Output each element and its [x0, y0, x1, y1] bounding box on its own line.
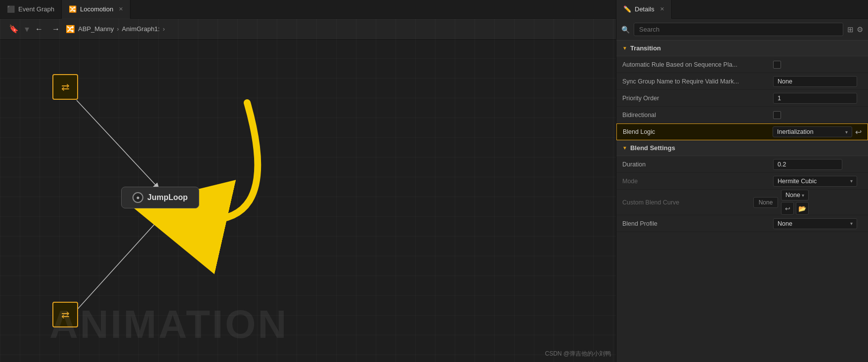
locomotion-icon: 🔀 — [69, 5, 77, 13]
mode-chevron-icon: ▾ — [850, 178, 853, 184]
transition-arrow-icon-bottom: ⇄ — [61, 309, 70, 321]
auto-rule-value — [773, 61, 862, 69]
details-panel: 🔍 ⊞ ⚙ ▼ Transition Automatic Rule Based … — [616, 19, 868, 362]
blend-profile-dropdown[interactable]: None ▾ — [773, 218, 857, 229]
curve-action-icons: ↩ 📂 — [781, 202, 809, 215]
duration-input[interactable] — [773, 159, 842, 170]
blend-settings-chevron-icon: ▼ — [622, 145, 627, 151]
priority-label: Priority Order — [622, 95, 773, 102]
transition-section-header[interactable]: ▼ Transition — [616, 40, 868, 56]
blend-profile-value-text: None — [778, 220, 792, 227]
transition-node-top[interactable]: ⇄ — [52, 74, 78, 100]
duration-label: Duration — [622, 161, 773, 168]
curve-browse-icon[interactable]: ↩ — [781, 202, 794, 215]
sync-group-label: Sync Group Name to Require Valid Mark... — [622, 78, 773, 85]
custom-blend-curve-chevron-icon: ▾ — [802, 193, 804, 198]
auto-rule-label: Automatic Rule Based on Sequence Pla... — [622, 61, 773, 68]
blend-profile-value: None ▾ — [773, 218, 862, 229]
transition-chevron-icon: ▼ — [622, 45, 627, 51]
mode-value-text: Hermite Cubic — [778, 178, 817, 185]
details-view-icons: ⊞ ⚙ — [847, 25, 863, 34]
prop-row-mode: Mode Hermite Cubic ▾ — [616, 173, 868, 190]
mode-value: Hermite Cubic ▾ — [773, 176, 862, 187]
prop-row-custom-blend: Custom Blend Curve None None ▾ ↩ 📂 — [616, 190, 868, 215]
prop-row-bidirectional: Bidirectional — [616, 107, 868, 123]
search-input[interactable] — [634, 23, 843, 36]
bidirectional-value — [773, 111, 862, 119]
tab-details-label: Details — [635, 5, 654, 13]
mode-dropdown[interactable]: Hermite Cubic ▾ — [773, 176, 857, 187]
blend-settings-section-header[interactable]: ▼ Blend Settings — [616, 140, 868, 156]
graph-grid — [0, 19, 616, 362]
graph-panel: 🔖 ▾ ← → 🔀 ABP_Manny › AnimGraph1: › — [0, 19, 616, 362]
blend-profile-label: Blend Profile — [622, 220, 773, 227]
jumploop-node[interactable]: ● JumpLoop — [121, 187, 199, 208]
prop-row-blend-logic: Blend Logic Inertialization ▾ ↩ — [616, 123, 868, 140]
locomotion-close-icon[interactable]: ✕ — [119, 6, 123, 12]
tab-locomotion[interactable]: 🔀 Locomotion ✕ — [62, 0, 130, 19]
tab-event-graph-label: Event Graph — [18, 5, 54, 13]
transition-arrow-icon-top: ⇄ — [61, 81, 70, 93]
bidirectional-checkbox[interactable] — [773, 111, 781, 119]
bidirectional-label: Bidirectional — [622, 112, 773, 119]
custom-blend-curve-value: None — [785, 192, 800, 199]
prop-row-blend-profile: Blend Profile None ▾ — [616, 215, 868, 232]
event-graph-icon: ⬛ — [7, 5, 15, 13]
duration-value — [773, 159, 862, 170]
blend-settings-section-label: Blend Settings — [630, 144, 675, 152]
grid-view-icon[interactable]: ⊞ — [847, 25, 854, 34]
prop-row-duration: Duration — [616, 156, 868, 173]
search-icon: 🔍 — [621, 26, 630, 34]
custom-blend-curve-dropdown[interactable]: None ▾ — [781, 190, 809, 201]
prop-row-priority: Priority Order — [616, 90, 868, 107]
details-edit-icon: ✏️ — [623, 5, 631, 13]
blend-logic-reset-button[interactable]: ↩ — [855, 127, 862, 137]
blend-logic-dropdown[interactable]: Inertialization ▾ — [773, 126, 852, 137]
priority-input[interactable] — [773, 93, 857, 104]
priority-value — [773, 93, 862, 104]
transition-section-label: Transition — [630, 44, 661, 52]
blend-logic-label: Blend Logic — [623, 128, 773, 135]
custom-blend-value: None None ▾ ↩ 📂 — [753, 190, 862, 215]
auto-rule-checkbox[interactable] — [773, 61, 781, 69]
csdn-watermark: CSDN @弹吉他的小刘鸭 — [545, 350, 611, 358]
details-content: ▼ Transition Automatic Rule Based on Seq… — [616, 40, 868, 362]
sync-group-value — [773, 76, 862, 87]
tab-event-graph[interactable]: ⬛ Event Graph — [0, 0, 62, 19]
mode-label: Mode — [622, 178, 773, 185]
prop-row-auto-rule: Automatic Rule Based on Sequence Pla... — [616, 56, 868, 73]
blend-logic-chevron-icon: ▾ — [845, 129, 848, 135]
tab-details[interactable]: ✏️ Details ✕ — [616, 0, 672, 19]
custom-blend-label: Custom Blend Curve — [622, 199, 753, 206]
blend-profile-chevron-icon: ▾ — [850, 221, 853, 226]
jumploop-icon: ● — [132, 192, 143, 203]
jumploop-label: JumpLoop — [147, 193, 188, 202]
tab-locomotion-label: Locomotion — [80, 5, 113, 13]
curve-clear-icon[interactable]: 📂 — [796, 202, 809, 215]
details-search-bar: 🔍 ⊞ ⚙ — [616, 19, 868, 40]
prop-row-sync-group: Sync Group Name to Require Valid Mark... — [616, 73, 868, 90]
blend-logic-value-text: Inertialization — [777, 128, 814, 135]
sync-group-input[interactable] — [773, 76, 857, 87]
settings-icon[interactable]: ⚙ — [857, 25, 863, 34]
details-close-icon[interactable]: ✕ — [660, 6, 664, 12]
blend-logic-value: Inertialization ▾ ↩ — [773, 126, 862, 137]
transition-node-bottom[interactable]: ⇄ — [52, 302, 78, 327]
custom-blend-none-tag: None — [753, 197, 778, 208]
